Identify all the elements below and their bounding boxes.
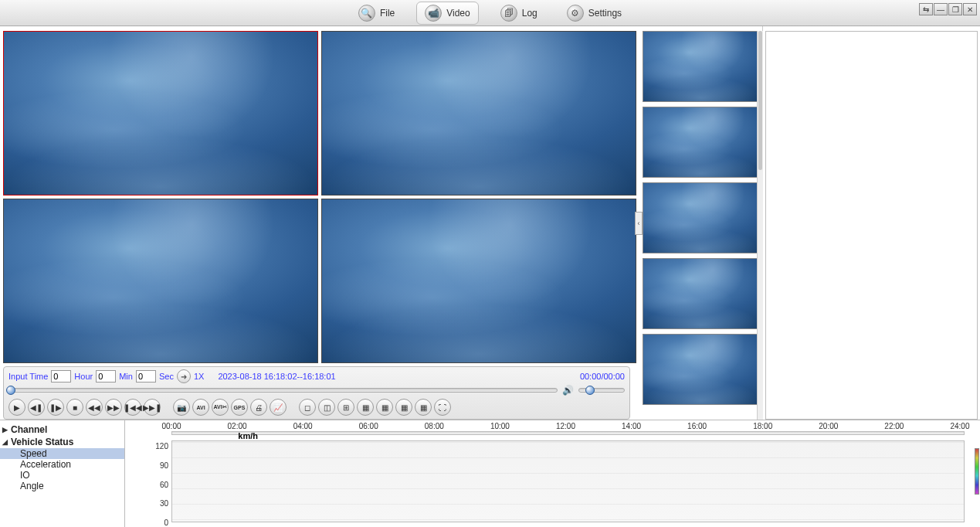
thumbnail-3[interactable] [643,182,760,253]
y-tick: 60 [153,481,168,489]
sec-input[interactable] [136,370,156,382]
tree-pane: ▶ Channel ◢ Vehicle Status SpeedAccelera… [0,420,125,527]
hour-input[interactable] [51,370,71,382]
min-label: Min [119,372,133,381]
avi-button[interactable]: AVI [192,399,209,416]
speed-label: 1X [194,372,204,381]
elapsed-time: 00:00/00:00 [580,372,625,381]
layout-6-button[interactable]: ▦ [357,399,374,416]
layout-4-button[interactable]: ⊞ [337,399,354,416]
window-controls: ⇆ — ❐ ✕ [919,3,977,15]
layout-1-button[interactable]: ◻ [299,399,316,416]
thumbnail-column: ‹ [636,26,763,420]
y-tick: 0 [153,518,168,527]
log-icon: 🗐 [500,5,517,22]
volume-icon: 🔊 [562,385,574,396]
collapse-handle[interactable]: ‹ [635,212,643,235]
tree-item-speed[interactable]: Speed [0,448,124,459]
chart-grid [171,440,965,522]
video-cell-1[interactable] [3,31,318,196]
chart-button[interactable]: 📈 [270,399,287,416]
thumbnail-scrollbar-thumb[interactable] [758,31,762,170]
right-pane [765,31,978,420]
seek-slider[interactable] [8,388,558,393]
tab-log-label: Log [522,8,537,19]
tree-channel-label: Channel [11,424,47,435]
hour-label: Hour [74,372,93,381]
tree-vehicle-status-label: Vehicle Status [11,437,73,447]
volume-slider[interactable] [578,388,625,393]
camera-icon: 📹 [425,5,442,22]
layout-8-button[interactable]: ▦ [376,399,393,416]
video-cell-3[interactable] [3,199,318,363]
input-time-label: Input Time [8,372,48,381]
prev-clip-button[interactable]: ❚◀◀ [124,399,141,416]
tab-file[interactable]: 🔍 File [351,2,402,24]
minimize-button[interactable]: — [934,3,948,15]
next-clip-button[interactable]: ▶▶❚ [144,399,161,416]
layout-16-button[interactable]: ▦ [415,399,432,416]
top-toolbar: 🔍 File 📹 Video 🗐 Log ⚙ Settings ⇆ — ❐ ✕ [0,0,980,26]
tab-settings[interactable]: ⚙ Settings [559,2,629,24]
video-grid [3,31,636,363]
layout-2-button[interactable]: ◫ [318,399,335,416]
step-forward-button[interactable]: ❚▶ [47,399,64,416]
rewind-button[interactable]: ◀◀ [86,399,103,416]
min-input[interactable] [96,370,116,382]
tree-item-angle[interactable]: Angle [0,481,124,491]
seek-thumb[interactable] [6,386,15,395]
goto-button[interactable]: ➜ [177,369,191,383]
y-tick: 90 [153,461,168,470]
close-button[interactable]: ✕ [963,3,977,15]
tree-vehicle-status[interactable]: ◢ Vehicle Status [0,436,124,448]
tree-item-acceleration[interactable]: Acceleration [0,459,124,470]
video-cell-2[interactable] [321,31,636,196]
sec-label: Sec [159,372,174,381]
thumbnail-4[interactable] [643,258,760,329]
tab-video-label: Video [446,8,470,19]
tab-file-label: File [380,8,395,19]
tab-video[interactable]: 📹 Video [416,2,478,25]
caret-right-icon: ▶ [2,426,8,434]
gear-icon: ⚙ [567,5,584,22]
tab-settings-label: Settings [588,8,622,19]
play-button[interactable]: ▶ [8,399,25,416]
gps-button[interactable]: GPS [231,399,248,416]
forward-button[interactable]: ▶▶ [105,399,122,416]
video-cell-4[interactable] [321,199,636,363]
time-range: 2023-08-18 16:18:02--16:18:01 [218,372,335,381]
color-indicator [975,448,979,495]
step-back-button[interactable]: ◀❚ [28,399,45,416]
cut-button[interactable]: AVI✂ [212,399,229,416]
thumbnail-1[interactable] [643,31,760,102]
y-tick: 30 [153,499,168,508]
timeline-bar[interactable] [171,431,965,435]
lock-button[interactable]: ⇆ [919,3,933,15]
stop-button[interactable]: ■ [66,399,83,416]
thumbnail-scrollbar[interactable] [757,31,763,420]
y-tick: 120 [153,442,168,450]
tree-channel[interactable]: ▶ Channel [0,423,124,436]
fullscreen-button[interactable]: ⛶ [434,399,451,416]
chart-pane: 00:0002:0004:0006:0008:0010:0012:0014:00… [125,420,980,527]
maximize-button[interactable]: ❐ [948,3,962,15]
thumbnail-2[interactable] [643,107,760,178]
thumbnail-5[interactable] [643,334,760,405]
snapshot-button[interactable]: 📷 [173,399,190,416]
tab-log[interactable]: 🗐 Log [493,2,545,24]
tree-item-io[interactable]: IO [0,470,124,481]
layout-9-button[interactable]: ▦ [395,399,412,416]
playback-panel: Input Time Hour Min Sec ➜ 1X 2023-08-18 … [3,366,630,420]
caret-down-icon: ◢ [2,438,8,446]
volume-thumb[interactable] [585,386,595,395]
y-axis-label: km/h [238,431,258,440]
print-button[interactable]: 🖨 [250,399,267,416]
search-icon: 🔍 [358,5,375,22]
